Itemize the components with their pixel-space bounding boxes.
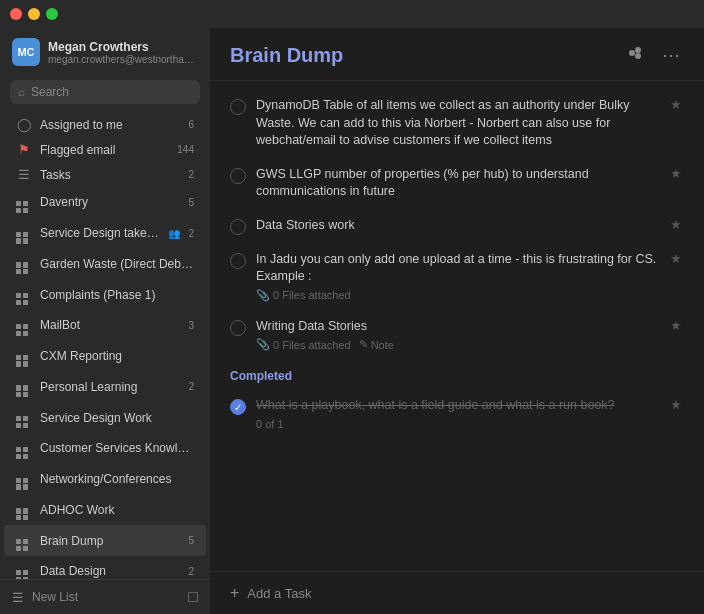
sidebar-item-badge: 2 [188, 566, 194, 577]
task-text: Data Stories work [256, 217, 658, 235]
note-icon: ✎ [359, 338, 368, 351]
sidebar-item-personal-learning[interactable]: Personal Learning 2 [4, 372, 206, 403]
traffic-light-yellow[interactable] [28, 8, 40, 20]
user-name: Megan Crowthers [48, 40, 198, 54]
sidebar-nav: ◯ Assigned to me 6 ⚑ Flagged email 144 ☰… [0, 112, 210, 579]
sidebar-item-complaints[interactable]: Complaints (Phase 1) [4, 279, 206, 310]
task-meta: 0 of 1 [256, 418, 658, 430]
completed-task-item[interactable]: What is a playbook, what is a field guid… [210, 389, 704, 438]
task-checkbox-completed[interactable] [230, 399, 246, 415]
files-attached: 📎 0 Files attached [256, 289, 351, 302]
svg-point-1 [635, 47, 641, 53]
sidebar-item-label: Assigned to me [40, 118, 180, 132]
share-button[interactable] [624, 44, 650, 66]
sidebar-item-mailbot[interactable]: MailBot 3 [4, 310, 206, 341]
grid-icon [16, 407, 28, 428]
sidebar-item-service-design-work[interactable]: Service Design Work [4, 402, 206, 433]
sidebar-item-adhoc[interactable]: ADHOC Work [4, 495, 206, 526]
sidebar-item-service-design-takeover[interactable]: Service Design takeover 👥 2 [4, 218, 206, 249]
user-info: Megan Crowthers megan.crowthers@westnort… [48, 40, 198, 65]
star-icon[interactable]: ★ [668, 217, 684, 232]
sidebar-item-label: Networking/Conferences [40, 472, 194, 486]
star-icon[interactable]: ★ [668, 97, 684, 112]
search-box[interactable]: ⌕ Search [10, 80, 200, 104]
search-icon: ⌕ [18, 85, 25, 99]
task-checkbox[interactable] [230, 253, 246, 269]
sidebar-item-label: Service Design Work [40, 411, 194, 425]
sidebar: MC Megan Crowthers megan.crowthers@westn… [0, 28, 210, 614]
list-icon: ☰ [12, 590, 24, 605]
sidebar-item-cxm[interactable]: CXM Reporting [4, 341, 206, 372]
task-item[interactable]: In Jadu you can only add one upload at a… [210, 243, 704, 310]
sidebar-item-daventry[interactable]: Daventry 5 [4, 187, 206, 218]
header-actions: ⋯ [624, 42, 684, 68]
add-task-label: Add a Task [247, 586, 311, 601]
grid-icon [16, 284, 28, 305]
sidebar-item-badge: 3 [188, 320, 194, 331]
star-icon[interactable]: ★ [668, 318, 684, 333]
task-item[interactable]: Data Stories work ★ [210, 209, 704, 243]
sidebar-item-networking[interactable]: Networking/Conferences [4, 464, 206, 495]
titlebar [0, 0, 704, 28]
add-icon: + [230, 584, 239, 602]
task-body: Writing Data Stories 📎 0 Files attached … [256, 318, 658, 352]
grid-icon [16, 254, 28, 275]
task-text: GWS LLGP number of properties (% per hub… [256, 166, 658, 201]
sidebar-item-label: Flagged email [40, 143, 169, 157]
task-checkbox[interactable] [230, 219, 246, 235]
new-list-label: New List [32, 590, 78, 604]
sidebar-item-badge: 5 [188, 197, 194, 208]
task-meta: 📎 0 Files attached ✎ Note [256, 338, 658, 351]
sidebar-item-tasks[interactable]: ☰ Tasks 2 [4, 162, 206, 187]
main-content: Brain Dump ⋯ DynamoDB Table of all items [210, 28, 704, 614]
page-title: Brain Dump [230, 44, 624, 67]
sidebar-item-data-design[interactable]: Data Design 2 [4, 556, 206, 579]
sidebar-item-label: Customer Services Knowledge... [40, 441, 194, 455]
task-icon: ☰ [16, 167, 32, 182]
new-list-add-icon[interactable]: □ [188, 588, 198, 606]
sidebar-item-label: Service Design takeover [40, 226, 160, 240]
task-text: In Jadu you can only add one upload at a… [256, 251, 658, 286]
traffic-light-red[interactable] [10, 8, 22, 20]
sidebar-item-brain-dump[interactable]: Brain Dump 5 [4, 525, 206, 556]
task-item[interactable]: GWS LLGP number of properties (% per hub… [210, 158, 704, 209]
sidebar-item-flagged[interactable]: ⚑ Flagged email 144 [4, 137, 206, 162]
person-icon: ◯ [16, 117, 32, 132]
sidebar-item-label: ADHOC Work [40, 503, 194, 517]
grid-icon [16, 315, 28, 336]
task-checkbox[interactable] [230, 320, 246, 336]
more-options-button[interactable]: ⋯ [658, 42, 684, 68]
task-item[interactable]: Writing Data Stories 📎 0 Files attached … [210, 310, 704, 360]
search-label: Search [31, 85, 69, 99]
sidebar-footer[interactable]: ☰ New List □ [0, 579, 210, 614]
sidebar-item-badge: 2 [188, 381, 194, 392]
grid-icon [16, 561, 28, 579]
main-layout: MC Megan Crowthers megan.crowthers@westn… [0, 0, 704, 614]
sidebar-item-badge: 2 [188, 228, 194, 239]
task-checkbox[interactable] [230, 99, 246, 115]
sidebar-item-assigned[interactable]: ◯ Assigned to me 6 [4, 112, 206, 137]
task-checkbox[interactable] [230, 168, 246, 184]
sidebar-item-badge: 144 [177, 144, 194, 155]
sidebar-item-label: MailBot [40, 318, 180, 332]
flag-icon: ⚑ [16, 142, 32, 157]
task-body: What is a playbook, what is a field guid… [256, 397, 658, 430]
task-body: In Jadu you can only add one upload at a… [256, 251, 658, 302]
sidebar-item-customer-services[interactable]: Customer Services Knowledge... [4, 433, 206, 464]
add-task-footer[interactable]: + Add a Task [210, 571, 704, 614]
files-attached: 📎 0 Files attached [256, 338, 351, 351]
task-body: Data Stories work [256, 217, 658, 235]
star-icon[interactable]: ★ [668, 166, 684, 181]
star-icon[interactable]: ★ [668, 397, 684, 412]
sidebar-item-label: Brain Dump [40, 534, 180, 548]
sidebar-item-label: Data Design [40, 564, 180, 578]
grid-icon [16, 377, 28, 398]
grid-icon [16, 346, 28, 367]
task-item[interactable]: DynamoDB Table of all items we collect a… [210, 89, 704, 158]
progress-indicator: 0 of 1 [256, 418, 284, 430]
user-profile[interactable]: MC Megan Crowthers megan.crowthers@westn… [0, 28, 210, 76]
sidebar-item-garden-waste[interactable]: Garden Waste (Direct Debits) [4, 249, 206, 280]
star-icon[interactable]: ★ [668, 251, 684, 266]
traffic-light-green[interactable] [46, 8, 58, 20]
sidebar-item-label: Daventry [40, 195, 180, 209]
